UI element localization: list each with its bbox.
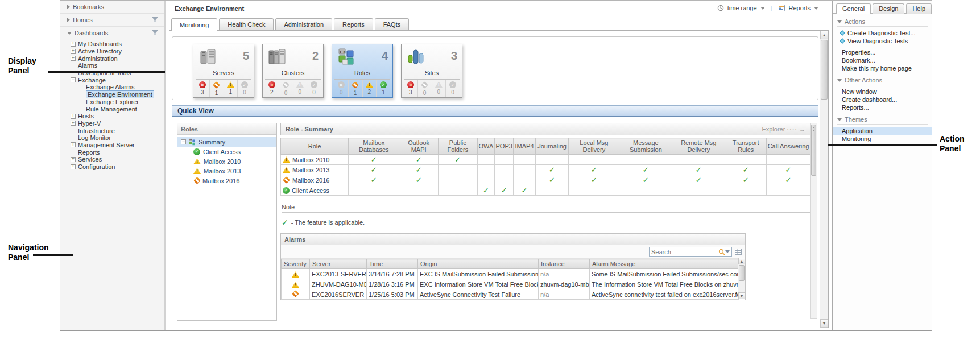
column-header[interactable]: Alarm Message (590, 259, 739, 269)
tile-sites[interactable]: 3 Sites 3 0 0 0 (401, 44, 462, 98)
roles-item-mailbox-2010[interactable]: Mailbox 2010 (177, 156, 276, 166)
action-view-diagnostic-tests[interactable]: View Diagnostic Tests (833, 37, 932, 45)
column-header[interactable]: Origin (418, 259, 539, 269)
reports-button[interactable]: Reports (788, 5, 811, 11)
time-range-button[interactable]: time range (727, 5, 757, 11)
filter-icon[interactable] (152, 30, 158, 36)
column-header[interactable]: Remote Msg Delivery (672, 138, 725, 155)
fatal-alarm-count[interactable]: 3 (404, 80, 417, 97)
table-row[interactable]: Mailbox 2010 ✓✓✓ (281, 155, 811, 165)
expand-plus-icon[interactable] (71, 164, 76, 169)
nav-tree-item[interactable]: Exchange (71, 76, 164, 84)
scroll-down-button[interactable]: ▼ (820, 319, 828, 328)
scrollbar-thumb[interactable] (821, 40, 828, 100)
explorer-link[interactable]: Explorer ···· → (762, 126, 805, 133)
table-row[interactable]: Mailbox 2016 ✓✓✓✓✓✓✓✓ (281, 175, 811, 185)
table-row[interactable]: Mailbox 2013 ✓✓✓✓✓✓✓✓ (281, 165, 811, 175)
scrollbar-thumb[interactable] (811, 125, 816, 176)
search-input[interactable] (651, 249, 718, 255)
tab-administration[interactable]: Administration (275, 18, 332, 30)
critical-alarm-count[interactable]: 1 (348, 80, 362, 97)
content-scrollbar[interactable]: ▲ ▼ (820, 31, 828, 328)
normal-count[interactable]: 1 (376, 80, 390, 97)
nav-tree-item[interactable]: Services (71, 156, 164, 163)
column-header[interactable]: Outlook MAPI (399, 138, 439, 155)
table-row[interactable]: Client Access ✓✓✓ (281, 185, 811, 196)
scroll-up-button[interactable]: ▲ (738, 258, 745, 264)
tab-faqts[interactable]: FAQts (375, 18, 410, 30)
nav-tree-item[interactable]: Exchange Alarms (71, 84, 164, 91)
nav-tree-item[interactable]: Log Monitor (71, 134, 164, 142)
nav-tree-item[interactable]: Alarms (71, 62, 164, 69)
normal-count[interactable]: 0 (237, 80, 251, 97)
nav-section-homes[interactable]: Homes (60, 13, 164, 26)
chevron-down-icon[interactable] (760, 7, 765, 10)
alarm-row[interactable]: ZHUVM-DAG10-MB2 1/28/16 3:16 PM EXC Info… (282, 279, 739, 289)
scroll-down-button[interactable]: ▼ (738, 292, 745, 299)
column-header[interactable]: Severity (282, 259, 310, 269)
tab-help[interactable]: Help (906, 3, 932, 14)
scrollbar-thumb[interactable] (739, 265, 745, 281)
normal-count[interactable]: 0 (307, 80, 321, 97)
nav-section-bookmarks[interactable]: Bookmarks (60, 1, 164, 13)
fatal-alarm-count[interactable]: 2 (265, 80, 279, 97)
nav-tree-item[interactable]: Administration (71, 55, 164, 62)
tile-servers[interactable]: 5 Servers 3 1 1 0 (193, 44, 254, 98)
theme-monitoring[interactable]: Monitoring (833, 135, 932, 143)
column-header[interactable]: Role (281, 138, 349, 155)
nav-tree-item[interactable]: My Dashboards (71, 40, 164, 48)
nav-tree-item[interactable]: Exchange Explorer (71, 98, 164, 106)
column-header[interactable]: Public Folders (438, 138, 477, 155)
warning-alarm-count[interactable]: 0 (432, 80, 446, 97)
tab-design[interactable]: Design (873, 3, 904, 14)
column-header[interactable]: OWA (477, 138, 494, 155)
nav-tree-item[interactable]: Development Tools (71, 69, 164, 77)
expand-plus-icon[interactable] (71, 49, 76, 54)
section-actions[interactable]: Actions (837, 18, 928, 27)
tab-reports[interactable]: Reports (334, 18, 373, 30)
action-create-dashboard[interactable]: Create dashboard... (833, 96, 932, 104)
nav-tree-item[interactable]: Active Directory (71, 48, 164, 55)
nav-tree-item[interactable]: Hyper-V (71, 120, 164, 127)
roles-item-summary[interactable]: EX Summary (177, 137, 276, 147)
alarm-row[interactable]: EXC2013-SERVER 3/14/16 7:28 PM EXC IS Ma… (282, 269, 739, 279)
filter-icon[interactable] (152, 17, 158, 23)
expand-plus-icon[interactable] (71, 121, 76, 126)
expand-plus-icon[interactable] (71, 142, 76, 147)
column-header[interactable]: Call Answering (767, 138, 811, 155)
tile-clusters[interactable]: 2 Clusters 2 0 0 0 (262, 44, 324, 98)
theme-application[interactable]: Application (833, 127, 932, 135)
tab-general[interactable]: General (836, 3, 871, 14)
nav-tree-item[interactable]: Infrastructure (71, 127, 164, 134)
expand-plus-icon[interactable] (71, 42, 76, 47)
table-customizer-icon[interactable] (735, 249, 742, 255)
column-header[interactable]: POP3 (495, 138, 514, 155)
roles-item-client-access[interactable]: Client Access (177, 147, 276, 156)
action-properties[interactable]: Properties... (833, 48, 932, 56)
action-reports[interactable]: Reports... (833, 104, 932, 111)
alarms-scrollbar[interactable]: ▲ ▼ (738, 258, 745, 299)
column-header[interactable]: Server (310, 259, 367, 269)
column-header[interactable]: IMAP4 (514, 138, 535, 155)
nav-tree-item-selected[interactable]: Exchange Environment (71, 91, 164, 98)
nav-tree-item[interactable]: Hosts (71, 113, 164, 120)
nav-tree-item[interactable]: Management Server (71, 142, 164, 149)
normal-count[interactable]: 0 (445, 80, 460, 97)
nav-section-dashboards[interactable]: Dashboards (60, 26, 164, 39)
critical-alarm-count[interactable]: 0 (279, 80, 293, 97)
section-themes[interactable]: Themes (837, 116, 928, 125)
column-header[interactable]: Mailbox Databases (349, 138, 399, 155)
expand-plus-icon[interactable] (71, 56, 76, 61)
column-header[interactable]: Message Submission (619, 138, 672, 155)
warning-alarm-count[interactable]: 2 (362, 80, 377, 97)
nav-tree-item[interactable]: Configuration (71, 163, 164, 171)
expand-plus-icon[interactable] (71, 114, 76, 119)
nav-tree-item[interactable]: Reports (71, 148, 164, 156)
roles-item-mailbox-2016[interactable]: Mailbox 2016 (177, 176, 276, 185)
fatal-alarm-count[interactable]: 0 (334, 80, 348, 97)
quick-view-scrollbar[interactable] (810, 123, 817, 318)
warning-alarm-count[interactable]: 0 (293, 80, 307, 97)
collapse-minus-icon[interactable] (181, 139, 186, 144)
action-new-window[interactable]: New window (833, 88, 932, 96)
expand-plus-icon[interactable] (71, 157, 76, 162)
